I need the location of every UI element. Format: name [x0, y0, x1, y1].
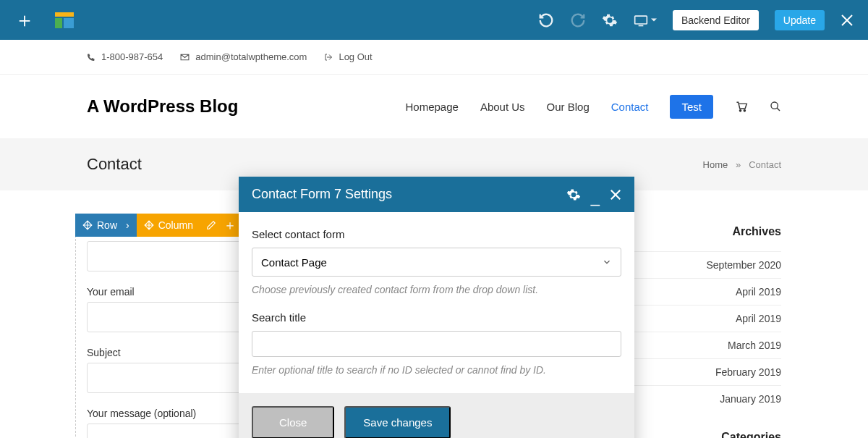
nav-blog[interactable]: Our Blog [547, 101, 590, 113]
toolbar-left: ＋ [14, 7, 74, 34]
logout-link[interactable]: Log Out [324, 51, 372, 62]
modal-title: Contact Form 7 Settings [252, 187, 392, 202]
archive-item[interactable]: April 2019 [615, 305, 781, 332]
phone: 1-800-987-654 [87, 51, 163, 62]
update-button[interactable]: Update [775, 10, 825, 30]
site-title: A WordPress Blog [87, 96, 238, 117]
modal-close-icon[interactable] [610, 189, 621, 201]
vc-column-handle[interactable]: Column [137, 214, 200, 237]
admin-toolbar: ＋ Backend Editor Update [0, 0, 868, 40]
gear-icon[interactable] [602, 12, 618, 28]
phone-text: 1-800-987-654 [101, 51, 163, 62]
breadcrumb: Home » Contact [703, 159, 781, 170]
archive-item[interactable]: April 2019 [615, 278, 781, 305]
modal-header: Contact Form 7 Settings _ [239, 177, 634, 212]
plus-icon[interactable]: ＋ [224, 216, 237, 234]
select-help-text: Choose previously created contact form f… [252, 284, 621, 295]
breadcrumb-current: Contact [749, 159, 781, 170]
modal-footer: Close Save changes [239, 393, 634, 438]
logout-icon [324, 53, 333, 62]
nav-about[interactable]: About Us [480, 101, 525, 113]
search-icon[interactable] [770, 101, 781, 112]
responsive-icon[interactable] [634, 14, 657, 27]
nav-contact[interactable]: Contact [611, 101, 649, 113]
email-text: admin@totalwptheme.com [195, 51, 307, 62]
modal-minimize-icon[interactable]: _ [591, 188, 600, 201]
chevron-down-icon [602, 257, 612, 267]
logout-text: Log Out [339, 51, 372, 62]
contact-form-select[interactable]: Contact Page [252, 248, 621, 277]
svg-point-5 [744, 110, 745, 111]
phone-icon [87, 53, 95, 62]
vc-controls: Row › Column ＋ [75, 214, 242, 237]
archive-item[interactable]: January 2019 [615, 385, 781, 412]
archive-item[interactable]: March 2019 [615, 332, 781, 358]
main-nav: A WordPress Blog Homepage About Us Our B… [0, 75, 868, 138]
modal-body: Select contact form Contact Page Choose … [239, 212, 634, 393]
vc-column-actions: ＋ [200, 214, 242, 237]
categories-title: Categories [615, 431, 781, 438]
toolbar-right: Backend Editor Update [538, 10, 854, 30]
sidebar: Archives September 2020 April 2019 April… [615, 225, 781, 438]
svg-line-7 [777, 108, 780, 111]
archive-item[interactable]: September 2020 [615, 251, 781, 278]
svg-point-4 [739, 110, 741, 111]
redo-icon [570, 12, 586, 28]
backend-editor-button[interactable]: Backend Editor [673, 10, 759, 30]
pencil-icon[interactable] [206, 220, 216, 230]
vc-row-handle[interactable]: Row › [75, 214, 137, 237]
contact-info-bar: 1-800-987-654 admin@totalwptheme.com Log… [0, 40, 868, 75]
settings-modal: Contact Form 7 Settings _ Select contact… [239, 177, 634, 438]
archive-item[interactable]: February 2019 [615, 358, 781, 385]
svg-rect-0 [635, 16, 647, 24]
archives-title: Archives [615, 225, 781, 238]
modal-save-button[interactable]: Save changes [344, 406, 451, 438]
modal-close-button[interactable]: Close [252, 406, 334, 438]
chevron-right-icon: › [126, 219, 129, 231]
nav-test-button[interactable]: Test [670, 95, 713, 119]
page-title: Contact [87, 155, 142, 174]
template-button[interactable] [55, 12, 74, 28]
cart-icon[interactable] [735, 101, 748, 112]
envelope-icon [180, 54, 190, 61]
move-icon [144, 220, 154, 230]
select-value: Contact Page [261, 256, 327, 269]
breadcrumb-home[interactable]: Home [703, 159, 728, 170]
email: admin@totalwptheme.com [180, 51, 307, 62]
svg-point-6 [771, 102, 778, 109]
undo-icon[interactable] [538, 12, 554, 28]
add-element-button[interactable]: ＋ [14, 7, 35, 34]
nav-menu: Homepage About Us Our Blog Contact Test [405, 95, 781, 119]
nav-homepage[interactable]: Homepage [405, 101, 458, 113]
modal-header-actions: _ [566, 188, 621, 202]
search-title-label: Search title [252, 311, 621, 324]
modal-gear-icon[interactable] [566, 188, 581, 202]
close-editor-icon[interactable] [841, 14, 854, 27]
search-title-input[interactable] [252, 331, 621, 357]
move-icon [82, 220, 93, 230]
search-help-text: Enter optional title to search if no ID … [252, 364, 621, 376]
select-form-label: Select contact form [252, 228, 621, 240]
